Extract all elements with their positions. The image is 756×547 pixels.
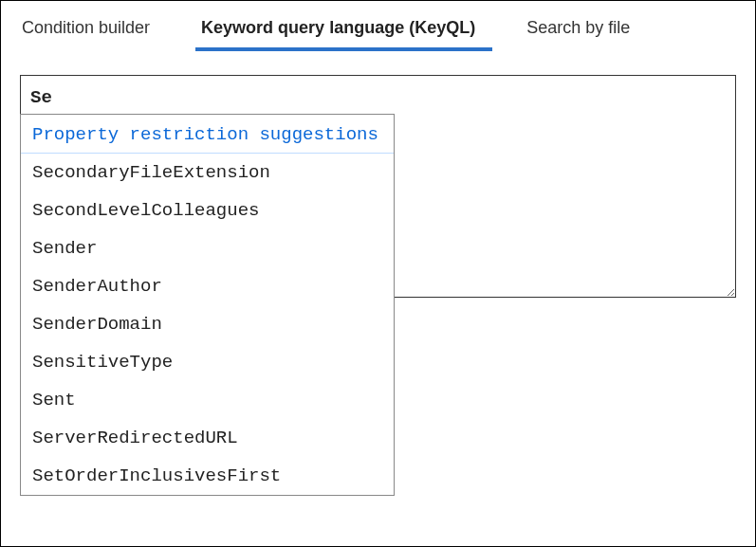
tab-condition-builder[interactable]: Condition builder <box>20 9 167 51</box>
suggestion-item[interactable]: SenderDomain <box>21 305 394 343</box>
tab-search-by-file[interactable]: Search by file <box>521 9 647 51</box>
suggestion-item[interactable]: SecondaryFileExtension <box>21 154 394 191</box>
suggestion-item[interactable]: SenderAuthor <box>21 267 394 305</box>
suggestion-item[interactable]: Sent <box>21 381 394 419</box>
suggestions-header: Property restriction suggestions <box>21 115 394 154</box>
suggestion-item[interactable]: ServerRedirectedURL <box>21 419 394 457</box>
tab-bar: Condition builder Keyword query language… <box>1 1 755 51</box>
suggestion-item[interactable]: SensitiveType <box>21 343 394 381</box>
suggestion-item[interactable]: SecondLevelColleagues <box>21 191 394 229</box>
query-area: Property restriction suggestions Seconda… <box>20 75 736 298</box>
suggestion-item[interactable]: SetOrderInclusivesFirst <box>21 457 394 495</box>
suggestion-item[interactable]: Sender <box>21 229 394 267</box>
tab-keyql[interactable]: Keyword query language (KeyQL) <box>195 9 492 51</box>
suggestions-dropdown: Property restriction suggestions Seconda… <box>20 114 395 496</box>
